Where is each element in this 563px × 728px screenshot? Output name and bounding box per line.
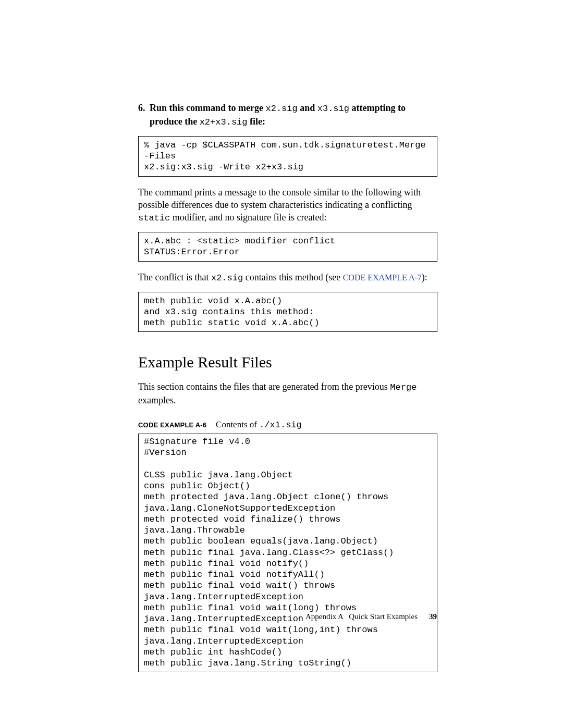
code-block-x1-sig-contents: #Signature file v4.0 #Version CLSS publi…: [138, 434, 437, 672]
code-block-error-output: x.A.abc : <static> modifier conflict STA…: [138, 232, 437, 262]
step-text: Run this command to merge x2.sig and x3.…: [150, 102, 437, 129]
caption-desc-text: Contents of: [216, 419, 259, 429]
step-text-2: and: [298, 103, 317, 113]
para1-code-1: static: [138, 213, 170, 223]
caption-description: Contents of ./x1.sig: [216, 419, 302, 429]
step-6: 6. Run this command to merge x2.sig and …: [138, 102, 437, 129]
code-block-merge-command: % java -cp $CLASSPATH com.sun.tdk.signat…: [138, 136, 437, 177]
para3-text-1: This section contains the files that are…: [138, 381, 390, 392]
paragraph-3: This section contains the files that are…: [138, 380, 437, 406]
caption-label: CODE EXAMPLE A-6: [138, 421, 206, 429]
footer-title: Quick Start Examples: [349, 612, 418, 621]
step-code-3: x2+x3.sig: [200, 117, 248, 127]
para2-text-1: The conflict is that: [138, 272, 211, 282]
paragraph-1: The command prints a message to the cons…: [138, 186, 437, 225]
step-number: 6.: [138, 102, 150, 129]
step-code-2: x3.sig: [317, 104, 349, 114]
code-example-caption: CODE EXAMPLE A-6 Contents of ./x1.sig: [138, 419, 437, 431]
step-text-4: file:: [248, 116, 265, 127]
step-code-1: x2.sig: [266, 104, 298, 114]
paragraph-2: The conflict is that x2.sig contains thi…: [138, 271, 437, 285]
footer-page-number: 39: [429, 612, 437, 621]
para2-text-3: ):: [422, 272, 427, 282]
caption-desc-code: ./x1.sig: [259, 420, 302, 430]
section-heading-example-result-files: Example Result Files: [138, 352, 437, 373]
footer-appendix: Appendix A: [305, 612, 343, 621]
para3-text-2: examples.: [138, 395, 176, 405]
para1-text-2: modifier, and no signature file is creat…: [170, 212, 326, 223]
page-content: 6. Run this command to merge x2.sig and …: [138, 102, 437, 682]
para2-code-1: x2.sig: [211, 273, 243, 283]
code-block-method-conflict: meth public void x.A.abc() and x3.sig co…: [138, 292, 437, 332]
para1-text-1: The command prints a message to the cons…: [138, 187, 421, 210]
step-text-1: Run this command to merge: [150, 103, 266, 113]
para2-text-2: contains this method (see: [243, 272, 342, 282]
para3-code-1: Merge: [390, 382, 417, 392]
link-code-example-a7[interactable]: CODE EXAMPLE A-7: [343, 273, 422, 282]
